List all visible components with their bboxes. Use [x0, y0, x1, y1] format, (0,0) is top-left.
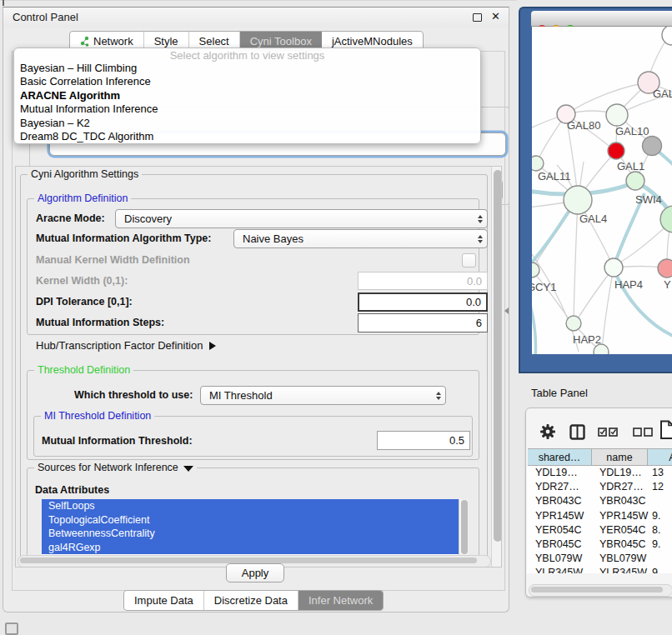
- table-cell: 9.: [652, 566, 660, 573]
- node-hap4[interactable]: [604, 258, 623, 277]
- table-cell: YBR045C: [599, 538, 646, 552]
- mi-type-combobox[interactable]: Naive Bayes: [233, 229, 488, 248]
- node-gcy1[interactable]: [532, 262, 539, 278]
- panel-collapse-arrow[interactable]: [504, 308, 509, 314]
- node-gal1[interactable]: [608, 142, 624, 159]
- attribute-item-gal4rgexp[interactable]: gal4RGexp: [42, 541, 468, 555]
- dpi-tolerance-label: DPI Tolerance [0,1]:: [36, 296, 133, 308]
- mi-steps-field[interactable]: 6: [358, 313, 488, 332]
- attributes-scrollbar[interactable]: [459, 499, 469, 555]
- mi-threshold-title: MI Threshold Definition: [41, 410, 154, 422]
- attribute-item-betweennesscentrality[interactable]: BetweennessCentrality: [42, 527, 468, 541]
- table-cell: 13: [652, 466, 664, 480]
- tab-infer-network[interactable]: Infer Network: [298, 591, 383, 610]
- node-label-gal: GAL: [653, 88, 672, 100]
- apply-button[interactable]: Apply: [226, 563, 284, 582]
- table-cell: YBR043C: [535, 494, 582, 508]
- tab-label: Network: [93, 35, 133, 48]
- stepper-arrows-icon: [478, 235, 483, 243]
- table-cell: YDR27…: [599, 480, 644, 494]
- node-y[interactable]: [658, 259, 672, 278]
- node-label-hap4: HAP4: [614, 278, 643, 291]
- manual-kernel-checkbox[interactable]: [462, 253, 476, 268]
- aracne-mode-value: Discovery: [124, 212, 172, 225]
- table-row-ybr045c[interactable]: YBR045CYBR045C9.: [527, 538, 672, 552]
- control-panel-titlebar[interactable]: Control Panel ✕: [3, 8, 509, 28]
- algorithm-option-basic-correlation-inference[interactable]: Basic Correlation Inference: [14, 75, 480, 88]
- table-row-ybl079w[interactable]: YBL079WYBL079W: [527, 552, 672, 566]
- table-cell: YBL079W: [535, 552, 582, 566]
- table-row-ydr27[interactable]: YDR27…YDR27…12: [527, 480, 672, 494]
- export-table-icon[interactable]: [659, 420, 672, 440]
- algorithm-option-aracne-algorithm[interactable]: ARACNE Algorithm: [14, 89, 480, 102]
- sources-title[interactable]: Sources for Network Inference: [34, 462, 197, 473]
- table-cell: YLR345W: [599, 566, 647, 573]
- column-header-shared[interactable]: shared…: [528, 448, 592, 466]
- table-row-ypr145w[interactable]: YPR145WYPR145W9.: [527, 509, 672, 523]
- algorithm-option-bayesian-hill-climbing[interactable]: Bayesian – Hill Climbing: [14, 62, 480, 75]
- column-header-name[interactable]: name: [592, 448, 648, 466]
- node-hap2[interactable]: [566, 316, 581, 331]
- dpi-tolerance-field[interactable]: 0.0: [358, 292, 488, 312]
- network-canvas[interactable]: GALGAL80GAL10GAL1GAL11SWI4GAL4HAP4YGCY1H…: [532, 27, 672, 354]
- settings-vertical-scrollbar[interactable]: [491, 167, 502, 567]
- table-row-ylr345w[interactable]: YLR345WYLR345W9.: [527, 566, 672, 573]
- node-label-swi4: SWI4: [635, 193, 662, 206]
- table-cell: YBL079W: [599, 552, 646, 566]
- algorithm-option-dream8-dc-tdc-algorithm[interactable]: Dream8 DC_TDC Algorithm: [14, 130, 480, 143]
- hub-definition-toggle[interactable]: Hub/Transcription Factor Definition: [36, 339, 216, 352]
- node-gal11[interactable]: [532, 156, 544, 171]
- select-all-icon[interactable]: [598, 428, 618, 437]
- attribute-item-selfloops[interactable]: SelfLoops: [42, 499, 468, 513]
- tab-discretize-data[interactable]: Discretize Data: [204, 591, 298, 610]
- node-unlabeled[interactable]: [662, 27, 672, 45]
- mi-threshold-field[interactable]: 0.5: [377, 431, 470, 450]
- minimized-panel-icon[interactable]: [5, 622, 18, 635]
- expanded-arrow-icon: [183, 466, 193, 472]
- algorithm-dropdown-placeholder: Select algorithm to view settings: [14, 49, 480, 62]
- node-gal10[interactable]: [606, 104, 628, 126]
- deselect-all-icon[interactable]: [633, 428, 653, 437]
- node-unlabeled[interactable]: [643, 137, 662, 156]
- node-gal4[interactable]: [564, 186, 592, 214]
- hub-definition-label: Hub/Transcription Factor Definition: [36, 339, 203, 352]
- data-attributes-list[interactable]: SelfLoopsTopologicalCoefficientBetweenne…: [42, 499, 468, 555]
- table-panel-window: shared…nameA YDL19…YDL19…13YDR27…YDR27…1…: [525, 408, 672, 598]
- node-swi4[interactable]: [626, 172, 644, 190]
- table-cell: YDL19…: [535, 466, 578, 480]
- show-columns-icon[interactable]: [569, 424, 585, 440]
- manual-kernel-label: Manual Kernel Width Definition: [36, 254, 190, 266]
- kernel-width-label: Kernel Width (0,1):: [36, 275, 128, 287]
- gear-icon[interactable]: [539, 423, 556, 440]
- node-label-gcy1: GCY1: [532, 281, 556, 293]
- table-cell: 8.: [652, 523, 660, 538]
- algorithm-option-mutual-information-inference[interactable]: Mutual Information Inference: [14, 102, 480, 116]
- aracne-mode-combobox[interactable]: Discovery: [115, 209, 488, 228]
- table-row-ybr043c[interactable]: YBR043CYBR043C: [527, 494, 672, 508]
- tab-label: Select: [199, 35, 229, 48]
- corner-tick: [3, 0, 4, 6]
- float-window-icon[interactable]: [473, 13, 482, 22]
- network-window-titlebar[interactable]: [531, 11, 672, 27]
- table-row-yer054c[interactable]: YER054CYER054C8.: [527, 523, 672, 538]
- node-label-gal1: GAL1: [617, 160, 644, 172]
- node-label-y: Y: [664, 278, 671, 291]
- kernel-width-field[interactable]: 0.0: [358, 272, 488, 290]
- table-horizontal-scrollbar[interactable]: [529, 584, 672, 597]
- table-cell: 9.: [652, 538, 660, 552]
- table-cell: YPR145W: [535, 509, 584, 523]
- kernel-width-value: 0.0: [467, 275, 482, 288]
- which-threshold-label: Which threshold to use:: [74, 389, 193, 401]
- table-cell: YPR145W: [599, 509, 648, 523]
- attribute-item-topologicalcoefficient[interactable]: TopologicalCoefficient: [42, 513, 468, 528]
- which-threshold-combobox[interactable]: MI Threshold: [200, 386, 446, 405]
- tab-label: Style: [154, 35, 178, 48]
- node-unlabeled[interactable]: [660, 206, 672, 232]
- node-label-gal11: GAL11: [538, 170, 571, 182]
- stepper-arrows-icon: [436, 392, 441, 400]
- tab-impute-data[interactable]: Impute Data: [124, 591, 204, 610]
- close-icon[interactable]: ✕: [491, 10, 500, 22]
- table-row-ydl19[interactable]: YDL19…YDL19…13: [527, 466, 672, 480]
- column-header-a[interactable]: A: [648, 448, 672, 466]
- algorithm-option-bayesian-k2[interactable]: Bayesian – K2: [14, 117, 480, 130]
